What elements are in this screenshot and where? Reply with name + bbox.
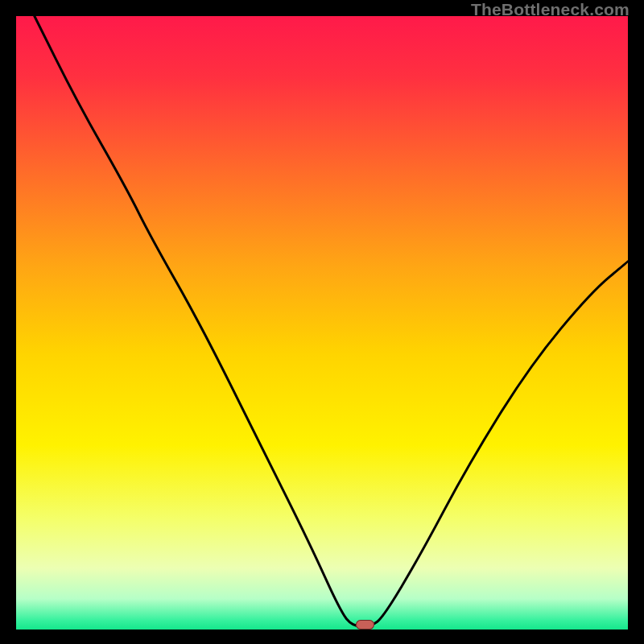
optimal-marker [356, 620, 374, 629]
plot-area [16, 16, 628, 630]
watermark-text: TheBottleneck.com [471, 0, 630, 19]
chart-frame: TheBottleneck.com [0, 0, 644, 644]
